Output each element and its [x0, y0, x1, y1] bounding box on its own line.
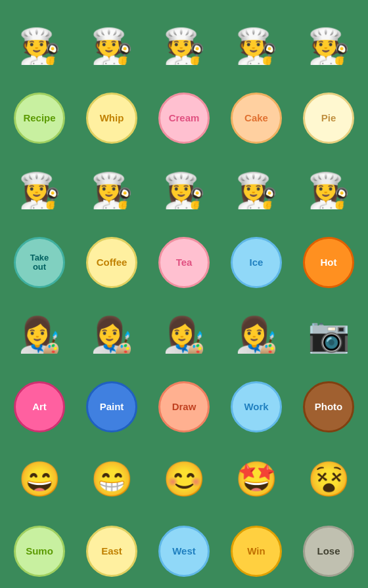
cell-art[interactable]: Art — [7, 374, 72, 440]
cell-east[interactable]: East — [79, 518, 145, 584]
artist-face-2: 👩‍🎨 — [91, 318, 133, 352]
cell-cream[interactable]: Cream — [151, 85, 217, 151]
takeout-bubble[interactable]: Takeout — [14, 237, 65, 288]
sumo-label: Sumo — [26, 546, 53, 557]
sumo-face-2: 😁 — [91, 462, 133, 496]
ice-bubble[interactable]: Ice — [231, 237, 282, 288]
whip-label: Whip — [100, 113, 124, 124]
sumo-face-1: 😄 — [18, 462, 61, 496]
lose-bubble[interactable]: Lose — [303, 526, 354, 577]
cell-face17[interactable]: 😁 — [79, 446, 145, 512]
artist-face-3: 👩‍🎨 — [163, 318, 206, 352]
work-label: Work — [244, 402, 268, 413]
win-label: Win — [247, 546, 265, 557]
cell-tea[interactable]: Tea — [151, 230, 217, 295]
cell-west[interactable]: West — [151, 518, 217, 584]
chef-face-1: 🧑‍🍳 — [18, 29, 61, 63]
cell-recipe[interactable]: Recipe — [7, 85, 72, 151]
dizzy-face: 😵 — [308, 462, 350, 496]
artist-face-1: 👩‍🎨 — [18, 318, 61, 352]
cell-face8[interactable]: 👩‍🍳 — [151, 158, 217, 223]
paint-label: Paint — [100, 402, 124, 413]
coffee-label: Coffee — [97, 257, 127, 268]
cell-whip[interactable]: Whip — [79, 85, 145, 151]
female-chef-1: 👩‍🍳 — [18, 173, 61, 207]
sumo-bubble[interactable]: Sumo — [14, 526, 65, 577]
cell-takeout[interactable]: Takeout — [7, 230, 72, 295]
sumo-face-3: 😊 — [163, 462, 206, 496]
cell-face6[interactable]: 👩‍🍳 — [7, 158, 72, 223]
east-bubble[interactable]: East — [86, 526, 137, 577]
cell-cake[interactable]: Cake — [223, 85, 289, 151]
cell-face4[interactable]: 🧑‍🍳 — [223, 13, 289, 79]
lose-label: Lose — [317, 546, 340, 557]
art-label: Art — [32, 402, 47, 413]
cell-face19[interactable]: 🤩 — [223, 446, 289, 512]
win-bubble[interactable]: Win — [231, 526, 282, 577]
camera-icon: 📷 — [308, 318, 350, 352]
whip-bubble[interactable]: Whip — [86, 93, 137, 144]
sparkle-face: 🤩 — [235, 462, 278, 496]
paint-bubble[interactable]: Paint — [86, 381, 137, 432]
tea-bubble[interactable]: Tea — [158, 237, 210, 288]
coffee-bubble[interactable]: Coffee — [86, 237, 137, 288]
hot-label: Hot — [321, 257, 337, 268]
ice-label: Ice — [250, 257, 264, 268]
cell-face7[interactable]: 👩‍🍳 — [79, 158, 145, 223]
cell-lose[interactable]: Lose — [296, 518, 361, 584]
draw-label: Draw — [172, 402, 196, 413]
takeout-label: Takeout — [30, 253, 49, 272]
cell-face20[interactable]: 😵 — [296, 446, 361, 512]
cell-draw[interactable]: Draw — [151, 374, 217, 440]
chef-face-3: 🧑‍🍳 — [163, 29, 206, 63]
hot-bubble[interactable]: Hot — [303, 237, 354, 288]
cell-win[interactable]: Win — [223, 518, 289, 584]
cell-face13[interactable]: 👩‍🎨 — [151, 302, 217, 368]
cream-bubble[interactable]: Cream — [158, 93, 210, 144]
cake-bubble[interactable]: Cake — [231, 93, 282, 144]
cell-face14[interactable]: 👩‍🎨 — [223, 302, 289, 368]
recipe-label: Recipe — [23, 113, 55, 124]
female-chef-2: 👩‍🍳 — [91, 173, 133, 207]
cell-face16[interactable]: 😄 — [7, 446, 72, 512]
art-bubble[interactable]: Art — [14, 381, 65, 432]
east-label: East — [101, 546, 122, 557]
cell-pie[interactable]: Pie — [296, 85, 361, 151]
west-label: West — [172, 546, 196, 557]
cell-face2[interactable]: 🧑‍🍳 — [79, 13, 145, 79]
cell-face18[interactable]: 😊 — [151, 446, 217, 512]
female-chef-5: 👩‍🍳 — [308, 173, 350, 207]
chef-face-2: 🧑‍🍳 — [91, 29, 133, 63]
cell-face5[interactable]: 🧑‍🍳 — [296, 13, 361, 79]
cell-ice[interactable]: Ice — [223, 230, 289, 295]
cell-paint[interactable]: Paint — [79, 374, 145, 440]
cell-photo[interactable]: Photo — [296, 374, 361, 440]
cream-label: Cream — [169, 113, 200, 124]
cell-face3[interactable]: 🧑‍🍳 — [151, 13, 217, 79]
emoji-grid: 🧑‍🍳 🧑‍🍳 🧑‍🍳 🧑‍🍳 🧑‍🍳 Recipe Whip Cream Ca… — [7, 13, 361, 584]
photo-label: Photo — [315, 402, 343, 413]
work-bubble[interactable]: Work — [231, 381, 282, 432]
cell-face9[interactable]: 👩‍🍳 — [223, 158, 289, 223]
female-chef-4: 👩‍🍳 — [235, 173, 278, 207]
cell-face1[interactable]: 🧑‍🍳 — [7, 13, 72, 79]
chef-face-5: 🧑‍🍳 — [308, 29, 350, 63]
tea-label: Tea — [176, 257, 193, 268]
cell-hot[interactable]: Hot — [296, 230, 361, 295]
female-chef-3: 👩‍🍳 — [163, 173, 206, 207]
cell-face15[interactable]: 📷 — [296, 302, 361, 368]
cell-face10[interactable]: 👩‍🍳 — [296, 158, 361, 223]
cell-face12[interactable]: 👩‍🎨 — [79, 302, 145, 368]
artist-face-4: 👩‍🎨 — [235, 318, 278, 352]
west-bubble[interactable]: West — [158, 526, 210, 577]
cell-face11[interactable]: 👩‍🎨 — [7, 302, 72, 368]
cell-sumo[interactable]: Sumo — [7, 518, 72, 584]
chef-face-4: 🧑‍🍳 — [235, 29, 278, 63]
cake-label: Cake — [244, 113, 268, 124]
pie-bubble[interactable]: Pie — [303, 93, 354, 144]
photo-bubble[interactable]: Photo — [303, 381, 354, 432]
cell-work[interactable]: Work — [223, 374, 289, 440]
cell-coffee[interactable]: Coffee — [79, 230, 145, 295]
recipe-bubble[interactable]: Recipe — [14, 93, 65, 144]
draw-bubble[interactable]: Draw — [158, 381, 210, 432]
